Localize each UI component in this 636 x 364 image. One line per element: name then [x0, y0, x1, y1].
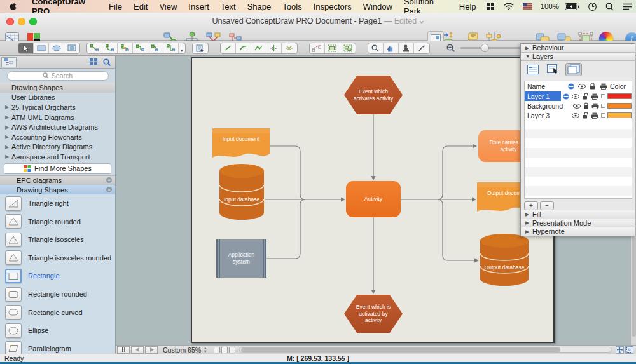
previous-page-button[interactable] [131, 346, 144, 354]
spotlight-search-icon[interactable] [605, 3, 614, 11]
group-tool-button[interactable] [325, 43, 340, 53]
tab-epc-diagrams[interactable]: EPC diagrams × [0, 175, 115, 185]
layer-color-checkbox[interactable] [601, 104, 605, 108]
library-item-drawing-shapes[interactable]: Drawing Shapes [0, 83, 115, 93]
close-icon[interactable]: × [106, 177, 112, 183]
add-layer-button[interactable]: + [524, 201, 538, 210]
apple-icon[interactable] [9, 2, 17, 11]
library-item-active-directory[interactable]: ▶Active Directory Diagrams [0, 142, 115, 152]
birdseye-view-button[interactable] [625, 346, 633, 354]
zoom-slider-thumb[interactable] [481, 44, 489, 52]
shape-item-ellipse[interactable]: Ellipse [0, 321, 115, 340]
arc-tool-button[interactable] [236, 43, 251, 53]
library-item-user-libraries[interactable]: User Libraries [0, 93, 115, 103]
section-presentation-mode[interactable]: ▶Presentation Mode [521, 219, 635, 228]
layer-color-checkbox[interactable] [601, 113, 605, 118]
layer-color-checkbox[interactable] [601, 94, 605, 98]
menu-tools[interactable]: Tools [277, 2, 307, 11]
document-page[interactable]: Event which activates Activity Input doc… [191, 57, 555, 343]
direct-connector-tool[interactable] [87, 43, 102, 53]
arrow-connector-tool[interactable] [133, 43, 148, 53]
layer-color-swatch[interactable] [607, 93, 632, 99]
grid-icon[interactable] [487, 3, 495, 10]
fragment-tool-button[interactable] [282, 43, 297, 53]
chain-connector-tool[interactable] [163, 43, 179, 53]
ungroup-tool-button[interactable] [340, 43, 356, 53]
clock-icon[interactable] [588, 3, 597, 11]
shape-item-triangle-isosceles-rounded[interactable]: Triangle isosceles rounded [0, 249, 115, 267]
battery-icon[interactable] [565, 3, 579, 10]
diagram-shape-application-system[interactable]: Application system [216, 239, 266, 278]
shape-item-triangle-right[interactable]: Triangle right [0, 194, 115, 213]
curve-connector-tool[interactable] [102, 43, 118, 53]
menu-window[interactable]: Window [357, 2, 398, 11]
section-layers[interactable]: ▼Layers [521, 53, 635, 62]
menu-text[interactable]: Text [215, 2, 242, 11]
divide-tool-button[interactable] [266, 43, 282, 53]
zoom-tool-button[interactable] [368, 43, 384, 53]
library-search-icon[interactable] [100, 57, 114, 67]
pan-view-button[interactable] [616, 346, 624, 354]
diagram-shape-activity[interactable]: Activity [346, 181, 401, 217]
menu-view[interactable]: View [153, 2, 183, 11]
section-hypernote[interactable]: ▶Hypernote [521, 227, 635, 236]
library-tree-icon[interactable] [1, 57, 17, 67]
reshape-tool-button[interactable] [310, 43, 325, 53]
find-more-shapes-button[interactable]: Find More Shapes [4, 163, 111, 174]
menu-inspectors[interactable]: Inspectors [308, 2, 357, 11]
tab-drawing-shapes[interactable]: Drawing Shapes × [0, 185, 115, 194]
shape-item-triangle-rounded[interactable]: Triangle rounded [0, 212, 115, 231]
text-frame-tool-button[interactable] [64, 43, 80, 53]
layer-color-swatch[interactable] [607, 112, 632, 118]
shape-item-triangle-isosceles[interactable]: Triangle isosceles [0, 231, 115, 249]
library-item-aerospace[interactable]: ▶Aerospace and Transport [0, 152, 115, 162]
zoom-out-icon[interactable] [446, 44, 455, 52]
layers-tab-properties[interactable] [525, 63, 541, 76]
library-grid-view-icon[interactable] [87, 57, 100, 67]
library-item-accounting[interactable]: ▶Accounting Flowcharts [0, 132, 115, 142]
zoom-slider[interactable] [460, 47, 524, 49]
page-view-button-3[interactable] [229, 347, 235, 353]
shape-item-rectangle[interactable]: Rectangle [0, 267, 115, 285]
hyperlink-tool-button[interactable] [193, 43, 208, 53]
ellipse-tool-button[interactable] [49, 43, 64, 53]
menu-help[interactable]: Help [453, 2, 482, 11]
wifi-icon[interactable] [504, 3, 514, 10]
notification-list-icon[interactable] [623, 3, 632, 10]
menu-edit[interactable]: Edit [128, 2, 153, 11]
menu-shape[interactable]: Shape [242, 2, 277, 11]
zoom-stepper[interactable]: ▲▼ [204, 347, 207, 353]
diagram-shape-output-database[interactable]: Output database [480, 233, 529, 286]
rectangle-tool-button[interactable] [34, 43, 49, 53]
close-icon[interactable]: × [106, 187, 112, 192]
search-input[interactable]: Search [7, 71, 109, 81]
library-item-orgcharts[interactable]: ▶25 Typical Orgcharts [0, 102, 115, 112]
page-view-button-2[interactable] [221, 347, 228, 353]
diagram-shape-input-document[interactable]: Input document [212, 128, 270, 161]
layer-color-swatch[interactable] [607, 103, 632, 109]
page-view-button-1[interactable] [214, 347, 220, 353]
layer-row-layer3[interactable]: Layer 3 [525, 111, 632, 120]
eyedropper-tool-button[interactable] [414, 43, 429, 53]
diagram-shape-input-database[interactable]: Input database [219, 163, 265, 220]
remove-layer-button[interactable]: − [540, 201, 554, 210]
zoom-level-field[interactable]: Custom 65% ▲▼ [163, 346, 207, 354]
stamp-tool-button[interactable] [399, 43, 414, 53]
flag-icon[interactable] [523, 3, 532, 10]
layer-row-background[interactable]: Background [525, 101, 632, 111]
connector-dropdown-icon[interactable]: ▾ [179, 48, 185, 53]
next-page-button[interactable] [145, 346, 158, 354]
polyline-tool-button[interactable] [251, 43, 266, 53]
menu-file[interactable]: File [103, 2, 128, 11]
section-fill[interactable]: ▶Fill [521, 210, 635, 219]
hand-tool-button[interactable] [384, 43, 399, 53]
shape-item-rectangle-curved[interactable]: Rectangle curved [0, 303, 115, 321]
library-item-aws[interactable]: ▶AWS Architecture Diagrams [0, 122, 115, 132]
horizontal-scrollbar[interactable] [239, 347, 612, 353]
select-tool-button[interactable] [18, 43, 34, 53]
layers-tab-selection[interactable] [545, 63, 562, 76]
pause-button[interactable] [117, 346, 130, 354]
layers-tab-layers[interactable] [565, 63, 582, 76]
shape-item-rectangle-rounded[interactable]: Rectangle rounded [0, 285, 115, 304]
library-item-atm-uml[interactable]: ▶ATM UML Diagrams [0, 112, 115, 123]
